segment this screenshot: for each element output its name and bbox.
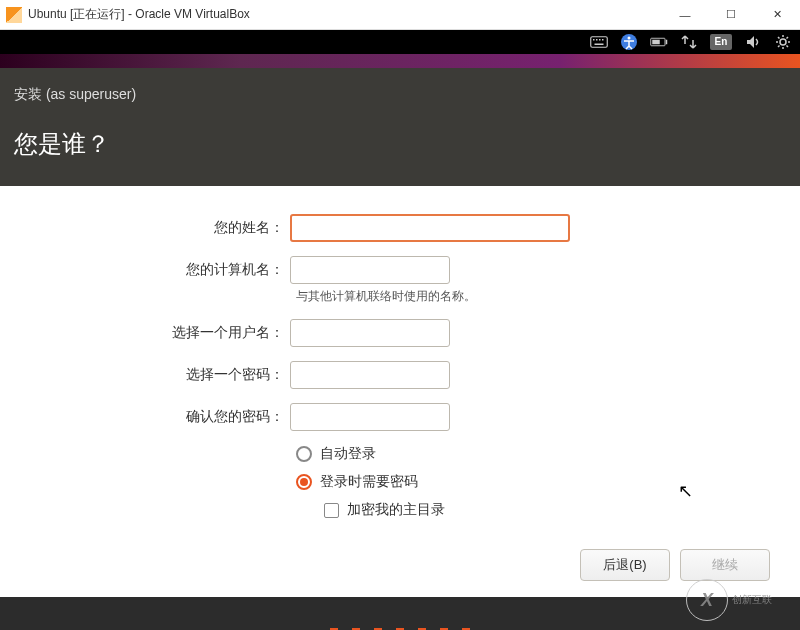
svg-rect-10 <box>652 40 660 45</box>
accessibility-icon[interactable] <box>620 34 638 50</box>
virtualbox-icon <box>6 7 22 23</box>
require-password-label: 登录时需要密码 <box>320 473 418 491</box>
button-bar: 后退(B) 继续 <box>0 539 800 597</box>
svg-line-16 <box>778 37 780 39</box>
svg-rect-9 <box>666 40 668 45</box>
radio-icon <box>296 474 312 490</box>
installer-title: 您是谁？ <box>14 128 786 160</box>
svg-rect-2 <box>596 39 598 41</box>
name-label: 您的姓名： <box>30 219 290 237</box>
back-button[interactable]: 后退(B) <box>580 549 670 581</box>
username-label: 选择一个用户名： <box>30 324 290 342</box>
installer-header: 安装 (as superuser) 您是谁？ <box>0 68 800 186</box>
window-controls: — ☐ ✕ <box>662 0 800 30</box>
maximize-button[interactable]: ☐ <box>708 0 754 30</box>
ubuntu-gradient-strip <box>0 54 800 68</box>
keyboard-icon[interactable] <box>590 34 608 50</box>
auto-login-label: 自动登录 <box>320 445 376 463</box>
radio-icon <box>296 446 312 462</box>
watermark-logo-icon: X <box>686 579 728 621</box>
auto-login-option[interactable]: 自动登录 <box>296 445 770 463</box>
encrypt-home-label: 加密我的主目录 <box>347 501 445 519</box>
password-field[interactable] <box>290 361 450 389</box>
vm-statusbar: En <box>0 30 800 54</box>
installer-subtitle: 安装 (as superuser) <box>14 86 786 104</box>
minimize-button[interactable]: — <box>662 0 708 30</box>
window-titlebar: Ubuntu [正在运行] - Oracle VM VirtualBox — ☐… <box>0 0 800 30</box>
svg-rect-4 <box>602 39 604 41</box>
who-are-you-form: 您的姓名： 您的计算机名： 与其他计算机联络时使用的名称。 选择一个用户名： 选… <box>0 186 800 539</box>
settings-icon[interactable] <box>774 34 792 50</box>
require-password-option[interactable]: 登录时需要密码 <box>296 473 770 491</box>
hostname-label: 您的计算机名： <box>30 261 290 279</box>
svg-rect-5 <box>595 44 604 46</box>
svg-line-17 <box>787 46 789 48</box>
password-label: 选择一个密码： <box>30 366 290 384</box>
watermark: X 创新互联 <box>686 574 796 626</box>
language-indicator[interactable]: En <box>710 34 732 50</box>
close-button[interactable]: ✕ <box>754 0 800 30</box>
watermark-text: 创新互联 <box>732 593 772 607</box>
svg-rect-1 <box>593 39 595 41</box>
svg-point-7 <box>628 37 631 40</box>
confirm-password-label: 确认您的密码： <box>30 408 290 426</box>
hostname-hint: 与其他计算机联络时使用的名称。 <box>296 288 770 305</box>
window-title: Ubuntu [正在运行] - Oracle VM VirtualBox <box>28 6 662 23</box>
svg-line-19 <box>787 37 789 39</box>
progress-bar <box>0 597 800 630</box>
battery-icon[interactable] <box>650 34 668 50</box>
svg-rect-3 <box>599 39 601 41</box>
network-icon[interactable] <box>680 34 698 50</box>
encrypt-home-option[interactable]: 加密我的主目录 <box>324 501 770 519</box>
svg-line-18 <box>778 46 780 48</box>
svg-point-11 <box>780 39 786 45</box>
name-field[interactable] <box>290 214 570 242</box>
checkbox-icon <box>324 503 339 518</box>
confirm-password-field[interactable] <box>290 403 450 431</box>
username-field[interactable] <box>290 319 450 347</box>
audio-icon[interactable] <box>744 34 762 50</box>
hostname-field[interactable] <box>290 256 450 284</box>
svg-rect-0 <box>591 37 608 48</box>
